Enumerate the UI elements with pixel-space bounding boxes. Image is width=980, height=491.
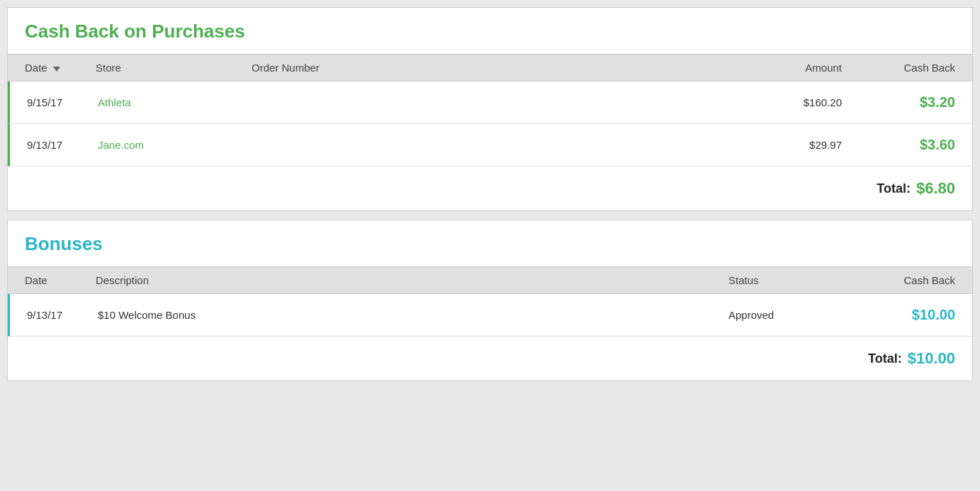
bonus-total-amount: $10.00 (908, 349, 955, 368)
row1-amount: $160.20 (728, 96, 842, 108)
row2-date: 9/13/17 (27, 139, 98, 151)
cashback-row-1: 9/15/17 Athleta $160.20 $3.20 (8, 81, 972, 124)
bonus-row1-date: 9/13/17 (27, 309, 98, 321)
header-amount: Amount (728, 62, 842, 74)
bonus-row1-description: $10 Welcome Bonus (98, 309, 728, 321)
cashback-total-amount: $6.80 (916, 179, 955, 198)
bonuses-card: Bonuses Date Description Status Cash Bac… (7, 220, 973, 381)
header-store: Store (96, 62, 252, 74)
header-date: Date (25, 62, 96, 74)
bonus-row-1: 9/13/17 $10 Welcome Bonus Approved $10.0… (8, 294, 972, 337)
bonus-total-label: Total: (868, 351, 902, 366)
bonus-header-status: Status (728, 274, 842, 286)
cashback-total-label: Total: (877, 181, 911, 196)
cashback-total-row: Total: $6.80 (8, 167, 972, 210)
row1-date: 9/15/17 (27, 96, 98, 108)
bonus-header-date: Date (25, 274, 96, 286)
sort-arrow-icon[interactable] (53, 67, 60, 72)
row2-cashback: $3.60 (842, 137, 955, 153)
cashback-purchases-card: Cash Back on Purchases Date Store Order … (7, 7, 973, 211)
bonus-total-row: Total: $10.00 (8, 337, 972, 380)
row1-store[interactable]: Athleta (98, 96, 254, 108)
header-cashback: Cash Back (842, 62, 955, 74)
row1-store-link[interactable]: Athleta (98, 96, 131, 108)
row1-cashback: $3.20 (842, 94, 955, 111)
row2-store-link[interactable]: Jane.com (98, 139, 144, 151)
bonus-row1-status: Approved (728, 309, 842, 321)
bonuses-title: Bonuses (8, 220, 972, 266)
header-order-number: Order Number (252, 62, 728, 74)
bonuses-table-header: Date Description Status Cash Back (8, 266, 972, 294)
row2-store[interactable]: Jane.com (98, 139, 254, 151)
cashback-table-header: Date Store Order Number Amount Cash Back (8, 54, 972, 81)
bonus-row1-cashback: $10.00 (842, 307, 955, 323)
cashback-title: Cash Back on Purchases (8, 8, 972, 54)
bonus-header-description: Description (96, 274, 728, 286)
cashback-row-2: 9/13/17 Jane.com $29.97 $3.60 (8, 124, 972, 167)
row2-amount: $29.97 (728, 139, 842, 151)
bonus-header-cashback: Cash Back (842, 274, 955, 286)
